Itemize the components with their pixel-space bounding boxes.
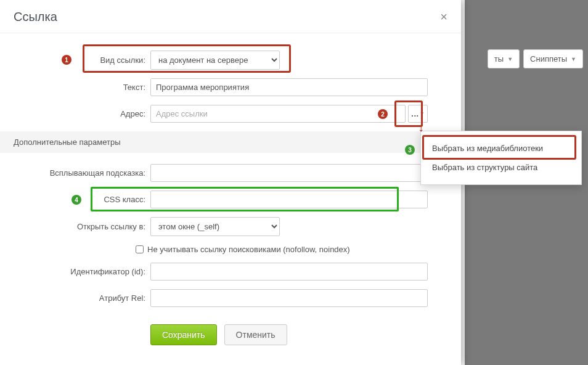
label-target: Открыть ссылку в: [0,222,150,231]
address-input[interactable] [150,105,406,123]
tooltip-input[interactable] [150,164,428,182]
bg-snippets-label: Сниппеты [530,54,567,64]
browse-popover: 3 Выбрать из медиабиблиотеки Выбрать из … [420,131,582,185]
link-dialog: Ссылка × 1 Вид ссылки: на документ на се… [0,0,461,365]
section-heading: Дополнительные параметры [0,131,461,153]
row-nofollow: Не учитывать ссылку поисковиками (nofoll… [0,245,461,254]
label-tooltip: Всплывающая подсказка: [0,168,150,178]
label-address: Адрес: [0,109,150,118]
cancel-button[interactable]: Отменить [224,324,287,345]
row-text: Текст: [0,78,461,96]
save-button[interactable]: Сохранить [150,324,217,345]
target-select[interactable]: этом окне (_self) [150,217,280,236]
bg-components-label: ты [494,54,504,64]
ellipsis-icon: ... [411,109,419,118]
caret-icon: ▼ [571,56,576,62]
row-rel: Атрибут Rel: [0,289,461,307]
row-target: Открыть ссылку в: этом окне (_self) [0,217,461,236]
id-input[interactable] [150,263,428,281]
text-input[interactable] [150,78,428,96]
label-nofollow: Не учитывать ссылку поисковиками (nofoll… [147,245,350,254]
linktype-select[interactable]: на документ на сервере [150,51,280,70]
popover-media-library[interactable]: Выбрать из медиабиблиотеки [427,139,575,158]
bg-components-button[interactable]: ты ▼ [488,49,520,68]
row-cssclass: 4 CSS класс: [0,191,461,208]
caret-icon: ▼ [507,56,513,62]
row-tooltip: Всплывающая подсказка: [0,164,461,182]
arrow-icon: ↓ [418,121,424,133]
background-toolbar: ты ▼ Сниппеты ▼ [488,49,583,68]
cssclass-input[interactable] [150,191,428,208]
marker-3: 3 [405,145,415,155]
marker-1: 1 [62,55,71,65]
row-address: 2 Адрес: ... ▼ [0,105,461,123]
bg-snippets-button[interactable]: Сниппеты ▼ [523,49,583,68]
button-row: Сохранить Отменить [0,324,461,345]
close-icon[interactable]: × [440,10,447,24]
label-linktype: Вид ссылки: [0,55,150,65]
dialog-title: Ссылка [14,10,57,24]
row-linktype: 1 Вид ссылки: на документ на сервере [0,51,461,70]
marker-4: 4 [71,195,81,205]
label-rel: Атрибут Rel: [0,293,150,303]
nofollow-checkbox[interactable] [136,245,144,253]
row-id: Идентификатор (id): [0,263,461,281]
rel-input[interactable] [150,289,428,307]
marker-2: 2 [378,109,388,119]
dialog-form: 1 Вид ссылки: на документ на сервере Тек… [0,33,461,345]
caret-icon: ▼ [420,111,425,117]
label-id: Идентификатор (id): [0,267,150,276]
popover-site-structure[interactable]: Выбрать из структуры сайта [427,158,575,177]
label-text: Текст: [0,83,150,92]
dialog-header: Ссылка × [0,0,461,33]
